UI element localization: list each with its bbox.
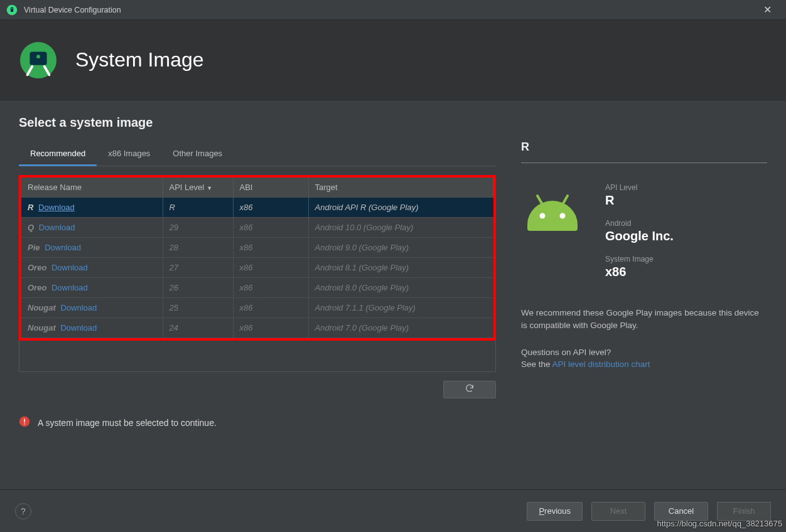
release-name: Pie xyxy=(28,243,40,252)
error-message: A system image must be selected to conti… xyxy=(19,416,496,430)
target-cell: Android 7.0 (Google Play) xyxy=(308,318,493,338)
table-row[interactable]: Nougat Download24x86Android 7.0 (Google … xyxy=(21,318,493,338)
detail-api-label: API Level xyxy=(605,183,674,192)
download-link[interactable]: Download xyxy=(51,283,88,292)
table-row[interactable]: Nougat Download25x86Android 7.1.1 (Googl… xyxy=(21,298,493,318)
target-cell: Android 8.1 (Google Play) xyxy=(308,258,493,278)
section-title: Select a system image xyxy=(19,115,496,130)
download-link[interactable]: Download xyxy=(60,323,97,332)
target-cell: Android 7.1.1 (Google Play) xyxy=(308,298,493,318)
titlebar: Virtual Device Configuration ✕ xyxy=(0,0,786,20)
sort-desc-icon: ▼ xyxy=(207,185,212,191)
svg-point-2 xyxy=(11,8,13,9)
table-row[interactable]: R DownloadRx86Android API R (Google Play… xyxy=(21,198,493,218)
release-name: Nougat xyxy=(28,323,56,332)
detail-sysimg-label: System Image xyxy=(605,255,674,263)
svg-line-8 xyxy=(537,196,542,205)
android-robot-icon xyxy=(521,187,584,256)
api-level-chart-link[interactable]: API level distribution chart xyxy=(552,359,650,369)
api-level-cell: 26 xyxy=(163,278,233,298)
previous-button[interactable]: Previous xyxy=(527,502,583,521)
release-name: Q xyxy=(28,223,34,232)
detail-panel: R API Level R Android Google Inc. System… xyxy=(496,115,767,477)
banner: System Image xyxy=(0,20,786,100)
abi-cell: x86 xyxy=(233,218,308,238)
api-level-cell: 28 xyxy=(163,238,233,258)
refresh-icon xyxy=(465,383,475,396)
table-row[interactable]: Oreo Download26x86Android 8.0 (Google Pl… xyxy=(21,278,493,298)
svg-line-9 xyxy=(563,196,568,205)
release-name: R xyxy=(28,203,33,212)
error-icon xyxy=(19,416,30,430)
android-studio-logo-icon xyxy=(19,41,58,80)
api-level-cell: 25 xyxy=(163,298,233,318)
table-row[interactable]: Pie Download28x86Android 9.0 (Google Pla… xyxy=(21,238,493,258)
tab-x86-images[interactable]: x86 Images xyxy=(97,144,161,166)
close-icon[interactable]: ✕ xyxy=(755,4,780,16)
svg-point-11 xyxy=(560,213,566,219)
target-cell: Android 8.0 (Google Play) xyxy=(308,278,493,298)
tabs: Recommendedx86 ImagesOther Images xyxy=(19,144,496,166)
table-empty-area xyxy=(19,341,496,372)
release-name: Oreo xyxy=(28,263,46,272)
abi-cell: x86 xyxy=(233,198,308,218)
abi-cell: x86 xyxy=(233,278,308,298)
see-link-row: See the API level distribution chart xyxy=(521,359,767,369)
target-cell: Android API R (Google Play) xyxy=(308,198,493,218)
help-button[interactable]: ? xyxy=(15,503,31,519)
abi-cell: x86 xyxy=(233,238,308,258)
next-button[interactable]: Next xyxy=(591,502,645,521)
download-link[interactable]: Download xyxy=(60,303,97,312)
system-image-table: Release Name API Level▼ ABI Target R Dow… xyxy=(19,175,496,341)
col-abi[interactable]: ABI xyxy=(233,178,308,198)
api-level-cell: 24 xyxy=(163,318,233,338)
question-text: Questions on API level? xyxy=(521,348,767,357)
col-api-level[interactable]: API Level▼ xyxy=(163,178,233,198)
window-title: Virtual Device Configuration xyxy=(24,6,755,14)
target-cell: Android 9.0 (Google Play) xyxy=(308,238,493,258)
selected-release-name: R xyxy=(521,141,767,154)
release-name: Nougat xyxy=(28,303,56,312)
svg-rect-7 xyxy=(24,423,25,425)
detail-sysimg-value: x86 xyxy=(605,265,674,279)
table-row[interactable]: Q Download29x86Android 10.0 (Google Play… xyxy=(21,218,493,238)
api-level-cell: 27 xyxy=(163,258,233,278)
wizard-footer: ? Previous Next Cancel Finish xyxy=(0,489,786,532)
detail-vendor-label: Android xyxy=(605,219,674,228)
col-target[interactable]: Target xyxy=(308,178,493,198)
download-link[interactable]: Download xyxy=(45,243,81,252)
cancel-button[interactable]: Cancel xyxy=(654,502,708,521)
abi-cell: x86 xyxy=(233,318,308,338)
release-name: Oreo xyxy=(28,283,46,292)
svg-rect-1 xyxy=(11,7,14,12)
download-link[interactable]: Download xyxy=(39,223,75,232)
page-title: System Image xyxy=(75,48,204,72)
tab-other-images[interactable]: Other Images xyxy=(161,144,234,166)
svg-point-4 xyxy=(36,55,40,58)
download-link[interactable]: Download xyxy=(38,203,75,212)
abi-cell: x86 xyxy=(233,298,308,318)
recommendation-text: We recommend these Google Play images be… xyxy=(521,307,767,331)
svg-rect-6 xyxy=(24,419,25,423)
api-level-cell: 29 xyxy=(163,218,233,238)
finish-button[interactable]: Finish xyxy=(717,502,771,521)
abi-cell: x86 xyxy=(233,258,308,278)
target-cell: Android 10.0 (Google Play) xyxy=(308,218,493,238)
table-row[interactable]: Oreo Download27x86Android 8.1 (Google Pl… xyxy=(21,258,493,278)
detail-api-value: R xyxy=(605,193,674,208)
tab-recommended[interactable]: Recommended xyxy=(19,144,97,166)
col-release-name[interactable]: Release Name xyxy=(21,178,163,198)
android-studio-icon xyxy=(6,4,18,16)
svg-point-10 xyxy=(540,213,546,219)
api-level-cell: R xyxy=(163,198,233,218)
refresh-button[interactable] xyxy=(443,381,496,398)
download-link[interactable]: Download xyxy=(51,263,88,272)
detail-vendor-value: Google Inc. xyxy=(605,229,674,243)
